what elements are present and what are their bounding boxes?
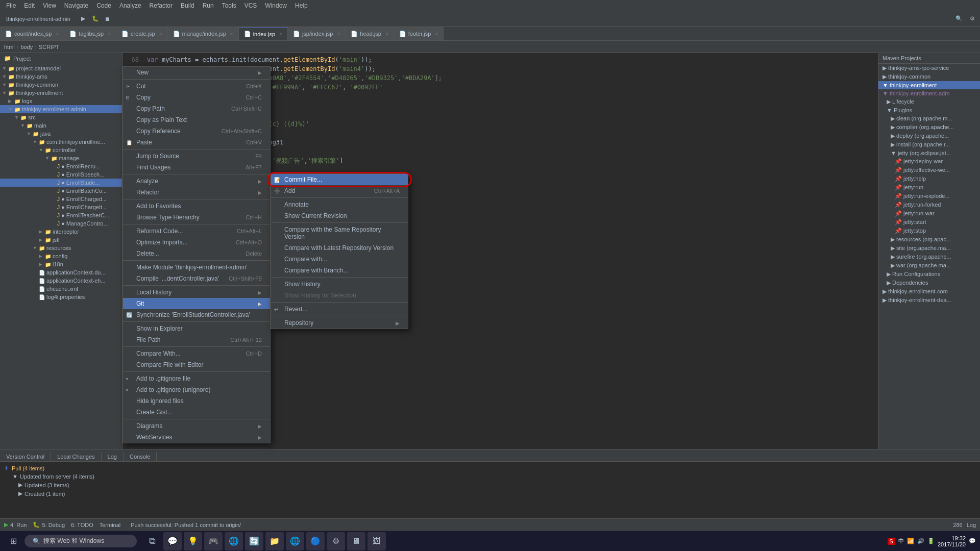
ctx-create-gist[interactable]: Create Gist... — [123, 407, 270, 418]
tree-item[interactable]: ▶ 📁 logs — [0, 97, 122, 105]
app-refresh[interactable]: 🔄 — [245, 532, 263, 550]
tab-taglibs[interactable]: 📄 taglibs.jsp × — [64, 27, 116, 40]
maven-item-run-war[interactable]: 📌 jetty:run-war — [878, 209, 980, 218]
maven-item-run-exploded[interactable]: 📌 jetty:run-explode... — [878, 192, 980, 201]
taskview-button[interactable]: ⧉ — [143, 532, 161, 550]
git-compare-with[interactable]: Compare with... — [271, 254, 408, 265]
tree-item-enrollment-admin[interactable]: ▼ 📁 thinkjoy-enrollment-admin — [0, 105, 122, 113]
start-button[interactable]: ⊞ — [4, 532, 22, 550]
breadcrumb-body[interactable]: body — [20, 44, 33, 50]
maven-item-help[interactable]: 📌 jetty:help — [878, 174, 980, 183]
maven-item-surefire[interactable]: ▶ surefire (org.apache... — [878, 253, 980, 261]
tree-item-interceptor[interactable]: ▶ 📁 interceptor — [0, 228, 122, 236]
tree-item[interactable]: ▼ 📁 main — [0, 121, 122, 130]
maven-item-compiler[interactable]: ▶ compiler (org.apache... — [878, 123, 980, 132]
tree-item[interactable]: ▼ 📁 src — [0, 113, 122, 121]
run-status[interactable]: ▶ 4: Run — [4, 521, 27, 528]
tree-item-log4i[interactable]: 📄 log4i.properties — [0, 293, 122, 301]
tree-item[interactable]: ▼ 📁 manage — [0, 154, 122, 162]
menu-view[interactable]: View — [39, 1, 60, 10]
tree-item-jstl[interactable]: ▶ 📁 jstl — [0, 236, 122, 244]
git-repository[interactable]: Repository ▶ — [271, 317, 408, 329]
menu-file[interactable]: File — [2, 1, 20, 10]
git-compare-latest[interactable]: Compare with Latest Repository Version — [271, 242, 408, 254]
git-show-history[interactable]: Show History — [271, 279, 408, 290]
menu-refactor[interactable]: Refactor — [145, 1, 177, 10]
menu-window[interactable]: Window — [261, 1, 291, 10]
menu-code[interactable]: Code — [92, 1, 115, 10]
maven-item-war[interactable]: ▶ war (org.apache.ma... — [878, 261, 980, 270]
tab-jsp-index[interactable]: 📄 jsp/index.jsp × — [288, 27, 346, 40]
menu-edit[interactable]: Edit — [20, 1, 39, 10]
ctx-local-history[interactable]: Local History ▶ — [123, 287, 270, 298]
app-wechat[interactable]: 💬 — [163, 532, 182, 550]
notifications-icon[interactable]: 💬 — [969, 538, 976, 544]
tab-head[interactable]: 📄 head.jsp × — [346, 27, 394, 40]
created-sub[interactable]: ▶ Created (1 item) — [4, 489, 976, 498]
maven-item-run-forked[interactable]: 📌 jetty:run-forked — [878, 201, 980, 209]
tree-item-enrollspeech[interactable]: ▶ J ● EnrollSpeech... — [0, 170, 122, 179]
git-show-current[interactable]: Show Current Revision — [271, 210, 408, 221]
tab-log[interactable]: Log — [102, 452, 124, 461]
ctx-refactor[interactable]: Refactor ▶ — [123, 187, 270, 198]
git-annotate[interactable]: Annotate — [271, 199, 408, 210]
tab-close-icon[interactable]: × — [56, 31, 59, 37]
stop-button[interactable]: ⏹ — [102, 13, 113, 24]
tab-close-icon[interactable]: × — [385, 31, 388, 37]
maven-item-resources[interactable]: ▶ resources (org.apac... — [878, 235, 980, 244]
ctx-compare-editor[interactable]: Compare File with Editor — [123, 359, 270, 370]
search-button[interactable]: 🔍 — [953, 13, 965, 24]
git-add[interactable]: ➕ Add Ctrl+Alt+A — [271, 185, 408, 196]
debug-button[interactable]: 🐛 — [90, 13, 101, 24]
git-revert[interactable]: ↩ Revert... — [271, 304, 408, 315]
maven-item-clean[interactable]: ▶ clean (org.apache.m... — [878, 114, 980, 123]
tab-close-icon[interactable]: × — [108, 31, 111, 37]
debug-status[interactable]: 🐛 5: Debug — [33, 521, 65, 528]
tab-close-icon[interactable]: × — [337, 31, 340, 37]
tree-item-enrollchargede[interactable]: ▶ J ● EnrollCharged... — [0, 195, 122, 203]
maven-item-enrollment-dea[interactable]: ▶ thinkjoy-enrollment-dea... — [878, 296, 980, 305]
breadcrumb-script[interactable]: SCRIPT — [39, 44, 59, 50]
menu-vcs[interactable]: VCS — [240, 1, 261, 10]
menu-run[interactable]: Run — [199, 1, 218, 10]
app-folder[interactable]: 📁 — [265, 532, 284, 550]
tree-item-appcontext2[interactable]: 📄 applicationContext-eh... — [0, 277, 122, 285]
tab-local-changes[interactable]: Local Changes — [51, 452, 101, 461]
tree-item-managecontro[interactable]: ▶ J ● ManageContro... — [0, 219, 122, 228]
maven-item-deploy[interactable]: ▶ deploy (org.apache... — [878, 132, 980, 140]
tab-close-icon[interactable]: × — [159, 31, 162, 37]
terminal-status[interactable]: Terminal — [100, 522, 121, 528]
maven-item-deploy-war[interactable]: 📌 jetty:deploy-war — [878, 157, 980, 166]
maven-item-run[interactable]: 📌 jetty:run — [878, 183, 980, 192]
tree-item-enrollrecru[interactable]: ▶ J ● EnrollRecru... — [0, 162, 122, 170]
tree-item-resources[interactable]: ▼ 📁 resources — [0, 244, 122, 252]
maven-item-install[interactable]: ▶ install (org.apache.r... — [878, 140, 980, 149]
ctx-delete[interactable]: Delete... Delete — [123, 248, 270, 259]
tree-item[interactable]: ▼ 📁 project-datamodel — [0, 64, 122, 72]
app-browser[interactable]: 🌐 — [225, 532, 243, 550]
ctx-optimize[interactable]: Optimize Imports... Ctrl+Alt+O — [123, 237, 270, 248]
taskbar-search[interactable]: 🔍 搜索 Web 和 Windows — [24, 535, 137, 547]
menu-tools[interactable]: Tools — [218, 1, 240, 10]
ctx-add-favorites[interactable]: Add to Favorites — [123, 201, 270, 212]
tree-item-i18n[interactable]: ▶ 📁 i18n — [0, 260, 122, 268]
maven-item[interactable]: ▶ thinkjoy-common — [878, 72, 980, 81]
tab-close-icon[interactable]: × — [435, 31, 438, 37]
tree-item[interactable]: ▼ 📁 java — [0, 130, 122, 138]
tree-item-thinkjoy-enrollment[interactable]: ▼ 📁 thinkjoy-enrollment — [0, 89, 122, 97]
ctx-reformat[interactable]: Reformat Code... Ctrl+Alt+L — [123, 226, 270, 237]
menu-build[interactable]: Build — [177, 1, 199, 10]
maven-item[interactable]: ▼ thinkjoy-enrollment-adm — [878, 89, 980, 97]
tree-item-enrollteacher[interactable]: ▶ J ● EnrollTeacherC... — [0, 211, 122, 219]
menu-help[interactable]: Help — [291, 1, 312, 10]
maven-item[interactable]: ▶ thinkjoy-ams-rpc-service — [878, 64, 980, 72]
ctx-compile[interactable]: Compile '...dentController.java' Ctrl+Sh… — [123, 273, 270, 284]
updated-sub[interactable]: ▶ Updated (3 items) — [4, 481, 976, 489]
ctx-paste[interactable]: 📋 Paste Ctrl+V — [123, 137, 270, 148]
tree-item-enrollbatch[interactable]: ▶ J ● EnrollBatchCo... — [0, 187, 122, 195]
tab-close-icon[interactable]: × — [230, 31, 233, 37]
todo-status[interactable]: 6: TODO — [71, 522, 93, 528]
tree-item-appcontext[interactable]: 📄 applicationContext-du... — [0, 268, 122, 277]
maven-item-plugins[interactable]: ▼ Plugins — [878, 106, 980, 114]
app-photos[interactable]: 🖼 — [368, 532, 386, 550]
